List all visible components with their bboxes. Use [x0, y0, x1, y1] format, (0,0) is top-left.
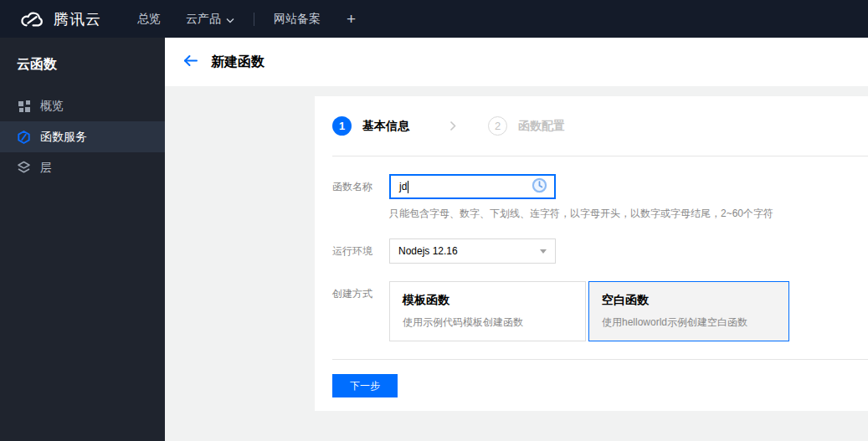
runtime-selected-value: Nodejs 12.16: [398, 245, 540, 257]
creation-method-row: 创建方式 模板函数 使用示例代码模板创建函数 空白函数 使用helloworld…: [332, 281, 868, 341]
grid-icon: [17, 99, 31, 113]
back-arrow-icon: [182, 54, 198, 70]
step-separator-icon: [449, 121, 456, 131]
topnav-overview[interactable]: 总览: [125, 0, 173, 38]
function-name-hint: 只能包含字母、数字、下划线、连字符，以字母开头，以数字或字母结尾，2~60个字符: [389, 207, 773, 221]
step-label: 函数配置: [518, 119, 565, 134]
next-step-button[interactable]: 下一步: [332, 374, 398, 397]
option-description: 使用helloworld示例创建空白函数: [602, 315, 776, 330]
create-function-card: 1 基本信息 2 函数配置 函数名称 jd: [315, 96, 868, 411]
cloud-logo-icon: [18, 9, 46, 29]
step-label: 基本信息: [362, 119, 409, 134]
sidebar-item-label: 层: [40, 161, 52, 176]
function-name-label: 函数名称: [332, 174, 389, 221]
top-navigation: 总览 云产品 网站备案 +: [125, 0, 369, 38]
tencent-cloud-logo[interactable]: 腾讯云: [18, 9, 101, 29]
clock-pending-icon: [532, 177, 547, 197]
topnav-cloud-products[interactable]: 云产品: [173, 0, 247, 38]
layers-icon: [17, 161, 31, 175]
creation-method-label: 创建方式: [332, 281, 389, 341]
option-blank-function[interactable]: 空白函数 使用helloworld示例创建空白函数: [588, 281, 789, 341]
function-name-row: 函数名称 jd 只能包含字母、数字、下划线、连字符，以字母开头: [332, 174, 868, 221]
function-name-input[interactable]: jd: [389, 174, 556, 199]
text-cursor: [408, 181, 408, 193]
option-title: 空白函数: [602, 293, 776, 308]
creation-method-options: 模板函数 使用示例代码模板创建函数 空白函数 使用helloworld示例创建空…: [389, 281, 792, 341]
runtime-row: 运行环境 Nodejs 12.16: [332, 238, 868, 264]
card-footer: 下一步: [315, 360, 868, 397]
runtime-select[interactable]: Nodejs 12.16: [389, 238, 556, 264]
sidebar-item-label: 概览: [40, 99, 64, 114]
sidebar-title: 云函数: [0, 38, 165, 90]
step-function-config: 2 函数配置: [488, 116, 565, 136]
function-name-value: jd: [399, 181, 407, 192]
chevron-down-icon: [226, 13, 234, 26]
option-description: 使用示例代码模板创建函数: [403, 315, 573, 330]
step-basic-info: 1 基本信息: [332, 116, 409, 136]
step-number-badge: 2: [488, 116, 507, 136]
back-button[interactable]: [182, 54, 198, 70]
option-template-function[interactable]: 模板函数 使用示例代码模板创建函数: [389, 281, 586, 341]
sidebar-item-layers[interactable]: 层: [0, 152, 165, 183]
brand-name: 腾讯云: [54, 9, 101, 29]
content-area: 1 基本信息 2 函数配置 函数名称 jd: [165, 86, 868, 441]
step-number-badge: 1: [332, 116, 352, 136]
add-tab-button[interactable]: +: [333, 10, 369, 28]
sidebar-item-overview[interactable]: 概览: [0, 90, 165, 121]
option-title: 模板函数: [403, 293, 573, 308]
sidebar-item-label: 函数服务: [40, 130, 87, 145]
page-header: 新建函数: [165, 38, 868, 86]
select-caret-icon: [540, 249, 547, 254]
topbar: 腾讯云 总览 云产品 网站备案 +: [0, 0, 868, 38]
scf-hexagon-icon: [17, 130, 31, 144]
wizard-steps: 1 基本信息 2 函数配置: [315, 96, 868, 156]
topnav-website-icp[interactable]: 网站备案: [261, 0, 333, 38]
runtime-label: 运行环境: [332, 238, 389, 264]
sidebar: 云函数 概览 函数服务 层: [0, 38, 165, 441]
basic-info-form: 函数名称 jd 只能包含字母、数字、下划线、连字符，以字母开头: [315, 156, 868, 341]
page-title: 新建函数: [211, 54, 265, 71]
topnav-divider: [254, 13, 254, 26]
sidebar-item-function-service[interactable]: 函数服务: [0, 121, 165, 152]
